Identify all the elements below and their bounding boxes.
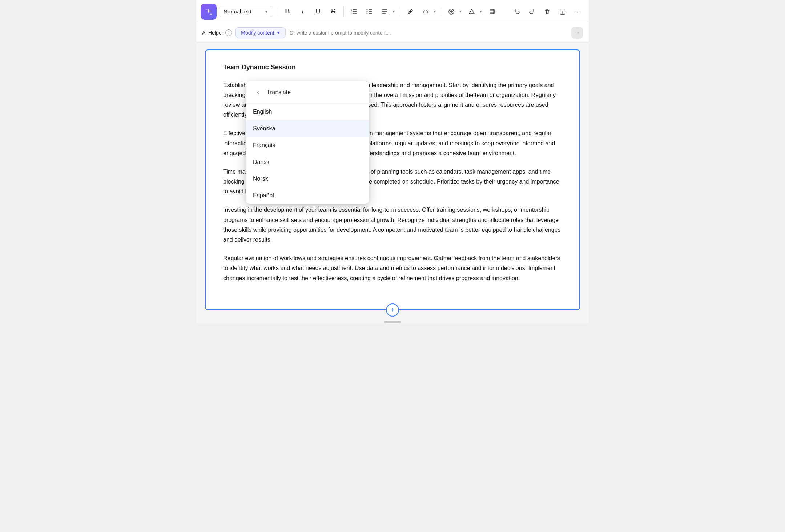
align-chevron[interactable]: ▼: [391, 8, 396, 15]
code-group: ▼: [419, 5, 437, 18]
translate-dropdown-header: ‹ Translate: [246, 81, 369, 104]
toolbar-separator-2: [343, 7, 344, 17]
redo-button[interactable]: [526, 5, 539, 18]
paragraph-4: Investing in the development of your tea…: [223, 205, 562, 245]
toolbar-separator-1: [277, 7, 277, 17]
text-style-label: Normal text: [224, 8, 251, 15]
chevron-down-icon: ▼: [264, 9, 269, 14]
translate-back-button[interactable]: ‹: [253, 87, 263, 97]
insert-chevron[interactable]: ▼: [458, 8, 463, 15]
svg-point-7: [367, 11, 368, 12]
document-title: Team Dynamic Session: [223, 62, 562, 73]
ai-helper-bar: AI Helper i Modify content ▼ →: [196, 23, 589, 42]
translate-option-svenska[interactable]: Svenska: [246, 120, 369, 137]
strikethrough-button[interactable]: S: [327, 5, 340, 18]
svg-rect-18: [490, 9, 494, 14]
app-container: Normal text ▼ B I U S 1 2 3: [196, 0, 589, 323]
paragraph-5: Regular evaluation of workflows and stra…: [223, 253, 562, 283]
shape-chevron[interactable]: ▼: [478, 8, 483, 15]
toolbar-separator-4: [441, 7, 441, 17]
ordered-list-group: 1 2 3: [347, 5, 361, 18]
ai-helper-label: AI Helper i: [202, 29, 232, 36]
insert-button[interactable]: [445, 5, 458, 18]
align-group: ▼: [378, 5, 396, 18]
translate-option-english[interactable]: English: [246, 104, 369, 120]
ai-magic-button[interactable]: [201, 4, 217, 20]
modify-content-button[interactable]: Modify content ▼: [236, 27, 286, 38]
translate-dropdown: ‹ Translate English Svenska Français Dan…: [246, 81, 369, 204]
ai-helper-info-button[interactable]: i: [225, 29, 232, 36]
content-area: Team Dynamic Session Establishing clear …: [196, 42, 589, 317]
toolbar: Normal text ▼ B I U S 1 2 3: [196, 0, 589, 23]
drag-handle: [384, 321, 401, 323]
text-style-dropdown[interactable]: Normal text ▼: [219, 6, 273, 17]
delete-button[interactable]: [541, 5, 554, 18]
layout-button[interactable]: [556, 5, 569, 18]
code-chevron[interactable]: ▼: [432, 8, 437, 15]
translate-option-norsk[interactable]: Norsk: [246, 170, 369, 187]
insert-group: ▼: [445, 5, 463, 18]
modify-content-chevron: ▼: [276, 31, 280, 35]
undo-button[interactable]: [510, 5, 523, 18]
frame-button[interactable]: [486, 5, 499, 18]
ordered-list-button[interactable]: 1 2 3: [347, 5, 361, 18]
more-options-button[interactable]: ···: [571, 5, 584, 18]
translate-option-espanol[interactable]: Español: [246, 187, 369, 204]
svg-text:3: 3: [351, 12, 352, 14]
align-button[interactable]: [378, 5, 391, 18]
shape-group: ▼: [465, 5, 483, 18]
ai-helper-text: AI Helper: [202, 30, 223, 36]
ai-prompt-input[interactable]: [289, 30, 568, 36]
translate-option-dansk[interactable]: Dansk: [246, 154, 369, 170]
code-button[interactable]: [419, 5, 432, 18]
svg-point-8: [367, 13, 368, 14]
unordered-list-group: [363, 5, 376, 18]
translate-option-francais[interactable]: Français: [246, 137, 369, 154]
underline-button[interactable]: U: [311, 5, 325, 18]
italic-button[interactable]: I: [296, 5, 309, 18]
shape-button[interactable]: [465, 5, 478, 18]
ai-send-button[interactable]: →: [571, 27, 583, 39]
toolbar-separator-3: [400, 7, 400, 17]
modify-content-label: Modify content: [241, 30, 274, 36]
link-button[interactable]: [404, 5, 417, 18]
bold-button[interactable]: B: [281, 5, 294, 18]
svg-point-6: [367, 9, 368, 10]
toolbar-right: ···: [510, 5, 584, 18]
translate-title: Translate: [267, 89, 291, 96]
add-block-button[interactable]: +: [386, 303, 399, 317]
unordered-list-button[interactable]: [363, 5, 376, 18]
